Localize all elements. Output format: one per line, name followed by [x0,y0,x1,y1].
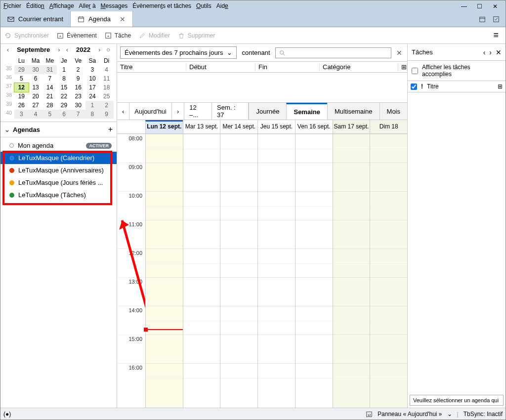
calendar-day[interactable]: 3 [14,110,29,119]
prev-year-icon[interactable]: ‹ [64,46,70,53]
calendar-day[interactable]: 2 [99,101,114,110]
view-month[interactable]: Mois [380,103,407,120]
day-column[interactable] [370,134,407,408]
window-minimize-icon[interactable]: — [461,3,467,9]
day-header[interactable]: Mar 13 sept. [183,120,220,133]
calendar-day[interactable]: 29 [57,101,71,110]
day-header[interactable]: Dim 18 [370,120,407,133]
menu-fichier[interactable]: Fichier [3,2,21,9]
day-header[interactable]: Mer 14 sept. [220,120,257,133]
calendar-day[interactable]: 16 [71,83,85,92]
show-completed-checkbox[interactable] [412,68,418,74]
calendar-day[interactable]: 26 [14,101,29,110]
calendar-day[interactable]: 2 [71,65,85,74]
agendas-header[interactable]: ⌄ Agendas + [0,122,117,137]
calendar-day[interactable]: 24 [85,92,100,101]
calendar-day[interactable]: 28 [42,101,57,110]
today-button[interactable]: Aujourd'hui [129,103,172,120]
tab-mail[interactable]: Courrier entrant [0,11,71,27]
calendar-day[interactable]: 22 [57,92,71,101]
calendar-day[interactable]: 29 [14,65,29,74]
show-completed-toggle[interactable]: Afficher les tâches accomplies [408,61,506,81]
calendar-day[interactable]: 17 [85,83,100,92]
day-column[interactable] [183,134,220,408]
tbsync-status[interactable]: TbSync: Inactif [464,411,503,418]
column-picker-icon[interactable]: ⊞ [398,63,407,71]
chevron-down-icon[interactable]: ⌄ [447,411,452,418]
edit-button[interactable]: Modifier [139,32,170,39]
col-category[interactable]: Catégorie [320,63,398,71]
year-label[interactable]: 2022 [72,46,94,53]
menu-edition[interactable]: Édition [26,2,44,9]
events-filter-dropdown[interactable]: Évènements des 7 prochains jours ⌄ [120,46,237,59]
col-end[interactable]: Fin [255,63,320,71]
col-start[interactable]: Début [186,63,255,71]
calendar-day[interactable]: 13 [29,83,43,92]
agenda-item[interactable]: LeTuxMasque (Anniversaires) [0,164,117,176]
agenda-item[interactable]: Mon agendaACTIVER [0,139,117,152]
day-column[interactable] [295,134,333,408]
day-header[interactable]: Sam 17 sept. [333,120,370,133]
calendar-day[interactable]: 5 [14,74,29,83]
task-prev-icon[interactable]: ‹ [483,48,486,56]
calendar-day[interactable]: 7 [42,74,57,83]
today-icon[interactable]: ○ [104,46,112,53]
day-column[interactable] [257,134,295,408]
window-close-icon[interactable]: ✕ [493,3,499,9]
task-check-all[interactable] [411,84,417,90]
calendar-day[interactable]: 15 [57,83,71,92]
menu-affichage[interactable]: Affichage [49,2,74,9]
add-calendar-icon[interactable]: + [108,125,113,134]
next-year-icon[interactable]: › [96,46,102,53]
calendar-day[interactable]: 20 [29,92,43,101]
calendar-day[interactable]: 27 [29,101,43,110]
calendar-day[interactable]: 31 [42,65,57,74]
calendar-day[interactable]: 30 [29,65,43,74]
day-column[interactable] [220,134,257,408]
col-title[interactable]: Titre [117,63,186,71]
month-label[interactable]: Septembre [13,46,54,53]
calendar-day[interactable]: 11 [99,74,114,83]
tab-agenda[interactable]: Agenda ✕ [71,11,133,27]
view-week[interactable]: Semaine [286,103,327,120]
calendar-day[interactable]: 9 [99,110,114,119]
calendar-day[interactable]: 19 [14,92,29,101]
calendar-day[interactable]: 7 [71,110,85,119]
agenda-item[interactable]: LeTuxMasque (Tâches) [0,189,117,201]
day-header[interactable]: Ven 16 sept. [295,120,333,133]
calendar-day[interactable]: 10 [85,74,100,83]
calendar-day[interactable]: 18 [99,83,114,92]
prev-month-icon[interactable]: ‹ [5,46,11,53]
sync-button[interactable]: Synchroniser [4,32,49,39]
task-button[interactable]: + Tâche [105,32,131,39]
calendar-day[interactable]: 6 [29,74,43,83]
day-header[interactable]: Lun 12 sept. [145,120,183,133]
task-next-icon[interactable]: › [489,48,492,56]
calendar-day[interactable]: 3 [85,65,100,74]
prev-period-icon[interactable]: ‹ [117,103,129,120]
menu-aide[interactable]: Aide [216,2,228,9]
calendar-day[interactable]: 8 [85,110,100,119]
calendar-day[interactable]: 1 [57,65,71,74]
calendar-day[interactable]: 14 [42,83,57,92]
calendar-day[interactable]: 25 [99,92,114,101]
view-day[interactable]: Journée [249,103,286,120]
task-close-icon[interactable]: ✕ [496,48,502,56]
clear-icon[interactable]: ✕ [394,49,404,57]
view-multiweek[interactable]: Multisemaine [327,103,380,120]
column-picker-icon[interactable]: ⊞ [498,83,503,90]
calendar-day[interactable]: 4 [29,110,43,119]
search-input[interactable] [275,47,391,58]
menu-evenements[interactable]: Évènements et tâches [132,2,191,9]
tasks-shortcut-icon[interactable] [493,16,500,23]
calendar-day[interactable]: 8 [57,74,71,83]
window-maximize-icon[interactable]: ☐ [477,3,483,9]
calendar-day[interactable]: 30 [71,101,85,110]
day-column[interactable] [333,134,370,408]
today-panel-button[interactable]: Panneau « Aujourd'hui » [378,411,442,418]
agenda-item[interactable]: LeTuxMasque (Jours fériés ... [0,176,117,189]
agenda-item[interactable]: LeTuxMasque (Calendrier) [0,152,117,164]
next-month-icon[interactable]: › [56,46,62,53]
calendar-day[interactable]: 23 [71,92,85,101]
activate-badge[interactable]: ACTIVER [86,143,112,149]
